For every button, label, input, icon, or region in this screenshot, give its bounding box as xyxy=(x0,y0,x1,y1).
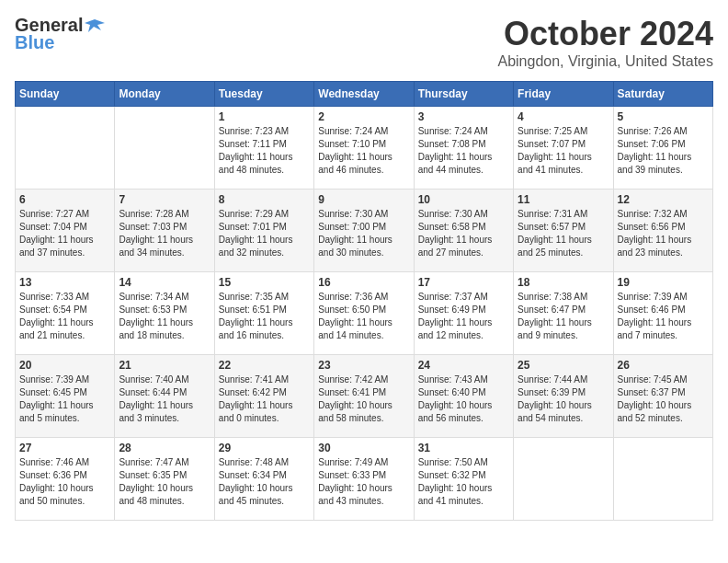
calendar-cell: 13Sunrise: 7:33 AM Sunset: 6:54 PM Dayli… xyxy=(16,272,115,355)
day-info: Sunrise: 7:39 AM Sunset: 6:46 PM Dayligh… xyxy=(618,291,709,342)
logo-blue-text: Blue xyxy=(15,32,54,53)
day-number: 20 xyxy=(19,359,110,372)
day-number: 21 xyxy=(119,359,210,372)
calendar-week-row: 27Sunrise: 7:46 AM Sunset: 6:36 PM Dayli… xyxy=(16,438,713,521)
calendar-cell: 16Sunrise: 7:36 AM Sunset: 6:50 PM Dayli… xyxy=(314,272,414,355)
day-info: Sunrise: 7:29 AM Sunset: 7:01 PM Dayligh… xyxy=(219,208,310,259)
day-number: 8 xyxy=(219,193,310,206)
day-info: Sunrise: 7:48 AM Sunset: 6:34 PM Dayligh… xyxy=(219,456,310,508)
calendar-cell: 27Sunrise: 7:46 AM Sunset: 6:36 PM Dayli… xyxy=(16,438,115,521)
weekday-header: Tuesday xyxy=(214,82,313,107)
calendar-cell: 5Sunrise: 7:26 AM Sunset: 7:06 PM Daylig… xyxy=(613,107,712,190)
weekday-header: Wednesday xyxy=(314,82,414,107)
calendar-cell: 4Sunrise: 7:25 AM Sunset: 7:07 PM Daylig… xyxy=(514,107,613,190)
calendar-week-row: 6Sunrise: 7:27 AM Sunset: 7:04 PM Daylig… xyxy=(16,190,713,272)
calendar-cell: 3Sunrise: 7:24 AM Sunset: 7:08 PM Daylig… xyxy=(414,107,513,190)
calendar-cell: 12Sunrise: 7:32 AM Sunset: 6:56 PM Dayli… xyxy=(613,190,712,272)
day-number: 30 xyxy=(318,442,409,454)
calendar-cell: 19Sunrise: 7:39 AM Sunset: 6:46 PM Dayli… xyxy=(613,272,712,355)
day-info: Sunrise: 7:33 AM Sunset: 6:54 PM Dayligh… xyxy=(19,291,110,342)
calendar-cell: 29Sunrise: 7:48 AM Sunset: 6:34 PM Dayli… xyxy=(214,438,313,521)
weekday-header: Thursday xyxy=(414,82,513,107)
calendar-cell xyxy=(16,107,115,190)
calendar-cell: 18Sunrise: 7:38 AM Sunset: 6:47 PM Dayli… xyxy=(514,272,613,355)
calendar-cell: 6Sunrise: 7:27 AM Sunset: 7:04 PM Daylig… xyxy=(16,190,115,272)
day-number: 6 xyxy=(19,193,110,206)
calendar-cell: 21Sunrise: 7:40 AM Sunset: 6:44 PM Dayli… xyxy=(115,355,214,438)
calendar-cell xyxy=(514,438,613,521)
day-number: 19 xyxy=(618,276,709,289)
calendar-cell: 15Sunrise: 7:35 AM Sunset: 6:51 PM Dayli… xyxy=(214,272,313,355)
day-info: Sunrise: 7:30 AM Sunset: 7:00 PM Dayligh… xyxy=(318,208,409,259)
month-title: October 2024 xyxy=(497,15,713,53)
day-number: 24 xyxy=(418,359,509,372)
day-info: Sunrise: 7:36 AM Sunset: 6:50 PM Dayligh… xyxy=(318,291,409,342)
calendar-table: SundayMondayTuesdayWednesdayThursdayFrid… xyxy=(15,81,713,521)
calendar-cell: 20Sunrise: 7:39 AM Sunset: 6:45 PM Dayli… xyxy=(16,355,115,438)
day-info: Sunrise: 7:50 AM Sunset: 6:32 PM Dayligh… xyxy=(418,456,509,508)
calendar-cell: 30Sunrise: 7:49 AM Sunset: 6:33 PM Dayli… xyxy=(314,438,414,521)
calendar-cell: 2Sunrise: 7:24 AM Sunset: 7:10 PM Daylig… xyxy=(314,107,414,190)
day-number: 3 xyxy=(418,110,509,123)
day-info: Sunrise: 7:25 AM Sunset: 7:07 PM Dayligh… xyxy=(518,125,609,177)
calendar-cell: 26Sunrise: 7:45 AM Sunset: 6:37 PM Dayli… xyxy=(613,355,712,438)
day-info: Sunrise: 7:24 AM Sunset: 7:10 PM Dayligh… xyxy=(318,125,409,177)
day-info: Sunrise: 7:42 AM Sunset: 6:41 PM Dayligh… xyxy=(318,373,409,425)
day-number: 2 xyxy=(318,110,409,123)
weekday-header: Sunday xyxy=(16,82,115,107)
day-info: Sunrise: 7:47 AM Sunset: 6:35 PM Dayligh… xyxy=(119,456,210,508)
day-info: Sunrise: 7:23 AM Sunset: 7:11 PM Dayligh… xyxy=(219,125,310,177)
day-number: 9 xyxy=(318,193,409,206)
day-number: 16 xyxy=(318,276,409,289)
day-info: Sunrise: 7:26 AM Sunset: 7:06 PM Dayligh… xyxy=(618,125,709,177)
day-number: 5 xyxy=(618,110,709,123)
calendar-cell: 17Sunrise: 7:37 AM Sunset: 6:49 PM Dayli… xyxy=(414,272,513,355)
calendar-cell: 7Sunrise: 7:28 AM Sunset: 7:03 PM Daylig… xyxy=(115,190,214,272)
day-number: 18 xyxy=(518,276,609,289)
logo: General Blue xyxy=(15,15,105,53)
day-info: Sunrise: 7:39 AM Sunset: 6:45 PM Dayligh… xyxy=(19,373,110,425)
calendar-cell: 14Sunrise: 7:34 AM Sunset: 6:53 PM Dayli… xyxy=(115,272,214,355)
day-info: Sunrise: 7:45 AM Sunset: 6:37 PM Dayligh… xyxy=(618,373,709,425)
calendar-cell: 28Sunrise: 7:47 AM Sunset: 6:35 PM Dayli… xyxy=(115,438,214,521)
day-number: 26 xyxy=(618,359,709,372)
day-number: 23 xyxy=(318,359,409,372)
calendar-cell: 8Sunrise: 7:29 AM Sunset: 7:01 PM Daylig… xyxy=(214,190,313,272)
calendar-week-row: 1Sunrise: 7:23 AM Sunset: 7:11 PM Daylig… xyxy=(16,107,713,190)
day-number: 10 xyxy=(418,193,509,206)
day-info: Sunrise: 7:44 AM Sunset: 6:39 PM Dayligh… xyxy=(518,373,609,425)
day-info: Sunrise: 7:49 AM Sunset: 6:33 PM Dayligh… xyxy=(318,456,409,508)
title-area: October 2024 Abingdon, Virginia, United … xyxy=(497,15,713,70)
day-number: 27 xyxy=(19,442,110,454)
day-info: Sunrise: 7:41 AM Sunset: 6:42 PM Dayligh… xyxy=(219,373,310,425)
page-header: General Blue October 2024 Abingdon, Virg… xyxy=(15,15,713,70)
calendar-cell: 11Sunrise: 7:31 AM Sunset: 6:57 PM Dayli… xyxy=(514,190,613,272)
day-info: Sunrise: 7:31 AM Sunset: 6:57 PM Dayligh… xyxy=(518,208,609,259)
day-number: 17 xyxy=(418,276,509,289)
calendar-cell: 10Sunrise: 7:30 AM Sunset: 6:58 PM Dayli… xyxy=(414,190,513,272)
day-number: 15 xyxy=(219,276,310,289)
calendar-header-row: SundayMondayTuesdayWednesdayThursdayFrid… xyxy=(16,82,713,107)
calendar-cell: 25Sunrise: 7:44 AM Sunset: 6:39 PM Dayli… xyxy=(514,355,613,438)
calendar-week-row: 13Sunrise: 7:33 AM Sunset: 6:54 PM Dayli… xyxy=(16,272,713,355)
day-number: 22 xyxy=(219,359,310,372)
day-number: 28 xyxy=(119,442,210,454)
calendar-cell xyxy=(613,438,712,521)
weekday-header: Saturday xyxy=(613,82,712,107)
day-info: Sunrise: 7:28 AM Sunset: 7:03 PM Dayligh… xyxy=(119,208,210,259)
day-info: Sunrise: 7:38 AM Sunset: 6:47 PM Dayligh… xyxy=(518,291,609,342)
day-info: Sunrise: 7:40 AM Sunset: 6:44 PM Dayligh… xyxy=(119,373,210,425)
day-info: Sunrise: 7:24 AM Sunset: 7:08 PM Dayligh… xyxy=(418,125,509,177)
day-info: Sunrise: 7:37 AM Sunset: 6:49 PM Dayligh… xyxy=(418,291,509,342)
day-info: Sunrise: 7:43 AM Sunset: 6:40 PM Dayligh… xyxy=(418,373,509,425)
weekday-header: Friday xyxy=(514,82,613,107)
day-info: Sunrise: 7:32 AM Sunset: 6:56 PM Dayligh… xyxy=(618,208,709,259)
day-info: Sunrise: 7:30 AM Sunset: 6:58 PM Dayligh… xyxy=(418,208,509,259)
day-info: Sunrise: 7:34 AM Sunset: 6:53 PM Dayligh… xyxy=(119,291,210,342)
day-number: 13 xyxy=(19,276,110,289)
calendar-cell: 23Sunrise: 7:42 AM Sunset: 6:41 PM Dayli… xyxy=(314,355,414,438)
location-title: Abingdon, Virginia, United States xyxy=(497,53,713,70)
calendar-cell xyxy=(115,107,214,190)
calendar-week-row: 20Sunrise: 7:39 AM Sunset: 6:45 PM Dayli… xyxy=(16,355,713,438)
logo-bird-icon xyxy=(85,16,105,36)
